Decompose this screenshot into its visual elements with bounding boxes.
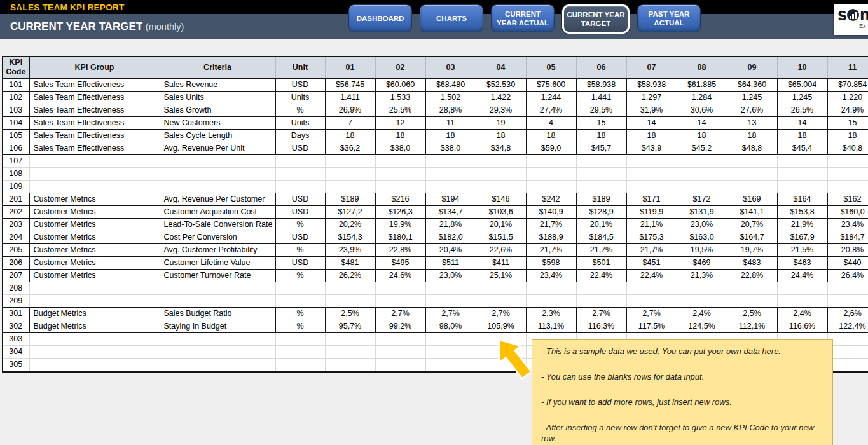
kpi-group-cell[interactable]: Sales Team Effectiveness <box>29 116 160 129</box>
value-cell[interactable]: $45,2 <box>677 142 727 154</box>
value-cell[interactable] <box>425 294 476 307</box>
value-cell[interactable] <box>576 167 626 180</box>
value-cell[interactable]: $131,9 <box>677 205 727 218</box>
value-cell[interactable]: 117,5% <box>626 320 677 332</box>
value-cell[interactable]: $188,9 <box>526 231 576 243</box>
value-cell[interactable]: 24,9% <box>827 104 868 116</box>
value-cell[interactable] <box>677 282 727 294</box>
kpi-group-cell[interactable]: Customer Metrics <box>29 256 160 269</box>
value-cell[interactable]: 13 <box>727 116 777 129</box>
kpi-group-cell[interactable]: Sales Team Effectiveness <box>29 78 160 91</box>
value-cell[interactable] <box>727 167 777 180</box>
value-cell[interactable]: 105,9% <box>476 320 526 332</box>
value-cell[interactable]: 22,4% <box>626 269 677 282</box>
value-cell[interactable]: 18 <box>827 129 868 142</box>
value-cell[interactable]: 23,4% <box>526 269 576 282</box>
value-cell[interactable]: $45,7 <box>576 142 626 154</box>
kpi-group-cell[interactable]: Sales Team Effectiveness <box>29 129 160 142</box>
criteria-cell[interactable] <box>160 294 275 307</box>
criteria-cell[interactable]: Sales Budget Ratio <box>160 307 275 320</box>
value-cell[interactable] <box>476 180 526 193</box>
value-cell[interactable] <box>375 282 425 294</box>
value-cell[interactable] <box>677 167 727 180</box>
criteria-cell[interactable]: Sales Growth <box>160 104 275 116</box>
criteria-cell[interactable] <box>160 180 275 193</box>
value-cell[interactable]: 1.245 <box>777 91 827 104</box>
value-cell[interactable] <box>375 167 425 180</box>
value-cell[interactable]: $119,9 <box>626 205 677 218</box>
value-cell[interactable]: $127,2 <box>325 205 375 218</box>
kpi-code-cell[interactable]: 303 <box>3 332 29 345</box>
value-cell[interactable]: 2,6% <box>827 307 868 320</box>
value-cell[interactable]: 23,9% <box>325 243 375 256</box>
value-cell[interactable]: 18 <box>476 129 526 142</box>
value-cell[interactable]: $451 <box>626 256 677 269</box>
unit-cell[interactable]: USD <box>275 231 325 243</box>
value-cell[interactable] <box>777 282 827 294</box>
value-cell[interactable]: 1.297 <box>626 91 677 104</box>
vendor-logo[interactable]: sm Ex <box>834 4 868 35</box>
unit-cell[interactable]: % <box>275 307 325 320</box>
value-cell[interactable]: 1.422 <box>476 91 526 104</box>
value-cell[interactable]: 23,0% <box>677 218 727 231</box>
value-cell[interactable]: 14 <box>626 116 677 129</box>
value-cell[interactable]: 21,7% <box>626 243 677 256</box>
value-cell[interactable] <box>677 294 727 307</box>
kpi-code-cell[interactable]: 104 <box>3 116 29 129</box>
value-cell[interactable]: $483 <box>727 256 777 269</box>
criteria-cell[interactable]: Sales Cycle Length <box>160 129 275 142</box>
kpi-group-cell[interactable] <box>29 167 160 180</box>
value-cell[interactable]: 116,6% <box>777 320 827 332</box>
criteria-cell[interactable] <box>160 154 275 167</box>
value-cell[interactable] <box>526 180 576 193</box>
value-cell[interactable]: 21,8% <box>425 218 476 231</box>
value-cell[interactable]: $140,9 <box>526 205 576 218</box>
value-cell[interactable] <box>777 167 827 180</box>
value-cell[interactable]: 18 <box>576 129 626 142</box>
value-cell[interactable] <box>626 282 677 294</box>
value-cell[interactable] <box>325 358 375 371</box>
value-cell[interactable] <box>526 294 576 307</box>
value-cell[interactable]: 14 <box>677 116 727 129</box>
unit-cell[interactable] <box>275 282 325 294</box>
kpi-group-cell[interactable]: Budget Metrics <box>29 320 160 332</box>
value-cell[interactable]: 23,4% <box>827 218 868 231</box>
kpi-group-cell[interactable]: Customer Metrics <box>29 205 160 218</box>
kpi-group-cell[interactable] <box>29 154 160 167</box>
value-cell[interactable] <box>727 180 777 193</box>
value-cell[interactable] <box>827 282 868 294</box>
value-cell[interactable]: 31,9% <box>626 104 677 116</box>
kpi-group-cell[interactable]: Customer Metrics <box>29 269 160 282</box>
value-cell[interactable]: 19,9% <box>375 218 425 231</box>
value-cell[interactable]: $154,3 <box>325 231 375 243</box>
unit-cell[interactable]: % <box>275 218 325 231</box>
value-cell[interactable]: $126,3 <box>375 205 425 218</box>
value-cell[interactable] <box>576 282 626 294</box>
value-cell[interactable]: $184,7 <box>827 231 868 243</box>
unit-cell[interactable]: Units <box>275 116 325 129</box>
value-cell[interactable]: 18 <box>727 129 777 142</box>
value-cell[interactable]: $598 <box>526 256 576 269</box>
nav-button-charts[interactable]: CHARTS <box>420 4 483 32</box>
value-cell[interactable]: 7 <box>325 116 375 129</box>
value-cell[interactable]: $61.885 <box>677 78 727 91</box>
value-cell[interactable] <box>677 180 727 193</box>
value-cell[interactable]: 1.284 <box>677 91 727 104</box>
value-cell[interactable]: $75.600 <box>526 78 576 91</box>
kpi-code-cell[interactable]: 105 <box>3 129 29 142</box>
value-cell[interactable] <box>476 282 526 294</box>
criteria-cell[interactable]: Sales Units <box>160 91 275 104</box>
value-cell[interactable]: 2,7% <box>626 307 677 320</box>
value-cell[interactable]: 4 <box>526 116 576 129</box>
value-cell[interactable] <box>325 345 375 358</box>
value-cell[interactable]: $40,8 <box>827 142 868 154</box>
criteria-cell[interactable] <box>160 167 275 180</box>
value-cell[interactable]: 19 <box>476 116 526 129</box>
value-cell[interactable] <box>325 167 375 180</box>
value-cell[interactable]: $163,0 <box>677 231 727 243</box>
value-cell[interactable] <box>325 294 375 307</box>
value-cell[interactable]: 22,4% <box>576 269 626 282</box>
unit-cell[interactable] <box>275 358 325 371</box>
value-cell[interactable]: $495 <box>375 256 425 269</box>
value-cell[interactable] <box>526 282 576 294</box>
